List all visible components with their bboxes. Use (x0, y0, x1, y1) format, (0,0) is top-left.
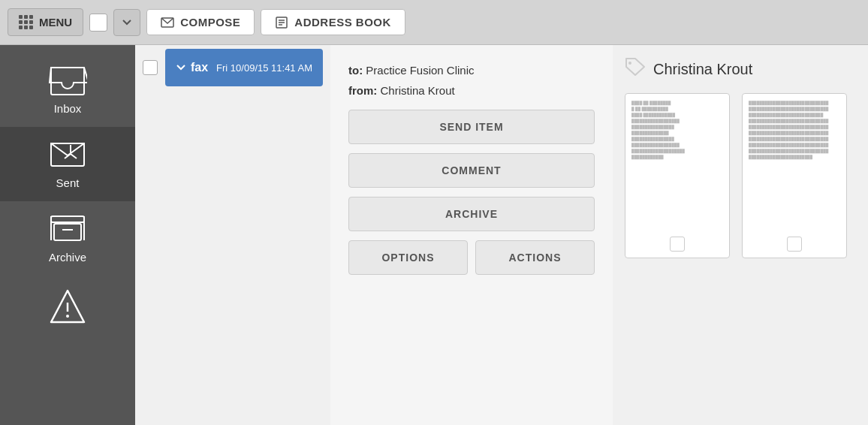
inbox-icon (48, 65, 87, 98)
send-item-button[interactable]: SEND ITEM (348, 110, 595, 144)
address-book-icon (275, 17, 288, 29)
alerts-icon (48, 288, 87, 327)
archive-label: Archive (49, 251, 86, 264)
detail-meta: to: Practice Fusion Clinic from: Christi… (348, 60, 595, 101)
fax-page-2-footer (749, 231, 840, 252)
fax-page-1-content: ████ ██ ████████ █ ██ ██████████ ████ ██… (631, 100, 723, 231)
detail-panel: to: Practice Fusion Clinic from: Christi… (330, 45, 613, 425)
message-item[interactable]: fax Fri 10/09/15 11:41 AM (135, 45, 330, 90)
compose-button[interactable]: COMPOSE (146, 9, 255, 35)
svg-rect-5 (51, 216, 84, 222)
to-field: to: Practice Fusion Clinic (348, 60, 595, 80)
actions-button[interactable]: ACTIONS (475, 240, 595, 275)
fax-page-2-checkbox[interactable] (787, 237, 802, 252)
message-list: fax Fri 10/09/15 11:41 AM (135, 45, 330, 425)
contact-panel: Christina Krout ████ ██ ████████ █ ██ ██… (613, 45, 868, 425)
options-button[interactable]: OPTIONS (348, 240, 468, 275)
fax-page-2[interactable]: ██████████████████████████████ █████████… (742, 93, 847, 258)
main-layout: Inbox Sent Archive (0, 45, 868, 425)
fax-page-1[interactable]: ████ ██ ████████ █ ██ ██████████ ████ ██… (625, 93, 730, 258)
sidebar-item-archive[interactable]: Archive (0, 201, 135, 276)
grid-icon (19, 15, 33, 29)
toolbar: MENU COMPOSE ADDRESS BOOK (0, 0, 868, 45)
fax-page-2-content: ██████████████████████████████ █████████… (749, 100, 840, 231)
contact-name: Christina Krout (653, 61, 752, 78)
message-checkbox[interactable] (143, 60, 158, 75)
from-field: from: Christina Krout (348, 80, 595, 101)
toolbar-dropdown[interactable] (113, 9, 140, 36)
inbox-label: Inbox (54, 102, 82, 115)
svg-rect-6 (54, 224, 81, 240)
message-card-title: fax (176, 61, 208, 74)
contact-header: Christina Krout (625, 57, 752, 81)
sidebar: Inbox Sent Archive (0, 45, 135, 425)
address-book-button[interactable]: ADDRESS BOOK (261, 9, 405, 35)
compose-icon (161, 17, 174, 29)
fax-page-1-checkbox[interactable] (670, 237, 685, 252)
address-book-label: ADDRESS BOOK (294, 16, 391, 29)
fax-page-1-footer (631, 231, 723, 252)
menu-button[interactable]: MENU (8, 8, 83, 36)
compose-label: COMPOSE (180, 16, 240, 29)
chevron-down-icon (176, 62, 186, 73)
fax-previews: ████ ██ ████████ █ ██ ██████████ ████ ██… (625, 93, 847, 258)
toolbar-checkbox[interactable] (89, 14, 107, 32)
svg-point-11 (66, 315, 69, 318)
action-row: OPTIONS ACTIONS (348, 240, 595, 275)
archive-button[interactable]: ARCHIVE (348, 197, 595, 231)
sent-icon (48, 139, 87, 172)
comment-button[interactable]: COMMENT (348, 153, 595, 188)
svg-point-12 (628, 62, 631, 65)
sent-label: Sent (56, 176, 80, 189)
message-date: Fri 10/09/15 11:41 AM (216, 62, 312, 74)
sidebar-item-sent[interactable]: Sent (0, 127, 135, 201)
message-card[interactable]: fax Fri 10/09/15 11:41 AM (165, 49, 323, 86)
menu-label: MENU (39, 16, 72, 29)
tag-icon (625, 57, 646, 81)
sidebar-item-alerts[interactable] (0, 276, 135, 343)
sidebar-item-inbox[interactable]: Inbox (0, 53, 135, 127)
message-card-header: fax Fri 10/09/15 11:41 AM (176, 61, 312, 74)
archive-icon (48, 213, 87, 246)
